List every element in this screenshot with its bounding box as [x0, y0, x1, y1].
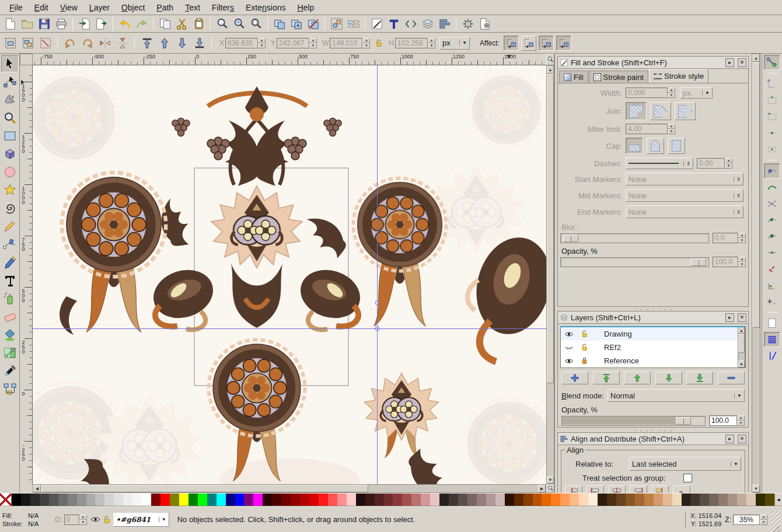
xml-editor-button[interactable]: [403, 16, 418, 32]
affect-scale-stroke-button[interactable]: [539, 36, 554, 51]
palette-swatch[interactable]: [430, 494, 439, 506]
palette-swatch[interactable]: [514, 494, 523, 506]
print-document-button[interactable]: [53, 16, 69, 32]
y-spinner[interactable]: ▲▼: [309, 38, 317, 48]
menu-object[interactable]: Object: [116, 2, 151, 13]
zoom-to-page-button[interactable]: [248, 16, 264, 32]
w-field[interactable]: 149.010: [330, 38, 362, 48]
palette-swatch[interactable]: [291, 494, 300, 506]
current-layer-combo[interactable]: •#g6841 ▼: [113, 513, 169, 527]
palette-swatch[interactable]: [300, 494, 309, 506]
close-icon[interactable]: ✕: [738, 435, 746, 443]
palette-swatch[interactable]: [123, 494, 132, 506]
lock-ratio-icon[interactable]: [374, 38, 383, 48]
palette-swatch[interactable]: [356, 494, 365, 506]
layer-row-reference[interactable]: Reference: [561, 354, 745, 368]
palette-swatch[interactable]: [570, 494, 579, 506]
layer-scroll-thumb[interactable]: [738, 334, 745, 353]
tab-fill[interactable]: Fill: [559, 71, 588, 83]
snap-path-intersections-button[interactable]: [764, 196, 780, 211]
panel-menu-icon[interactable]: ▸: [725, 58, 734, 67]
menu-filters[interactable]: Filters: [206, 2, 240, 13]
eye-open-icon[interactable]: [563, 330, 575, 339]
fs-opacity-field[interactable]: 100.0: [713, 257, 738, 267]
palette-swatch[interactable]: [309, 494, 319, 506]
layer-name[interactable]: Drawing: [604, 330, 632, 338]
y-field[interactable]: 242.067: [277, 38, 309, 48]
menu-view[interactable]: View: [54, 2, 83, 13]
fs-opacity-slider[interactable]: [560, 257, 709, 267]
flip-horizontal-button[interactable]: [97, 36, 113, 51]
cap-round-button[interactable]: [647, 138, 664, 154]
close-icon[interactable]: ✕: [738, 58, 746, 67]
layer-opacity-spinner[interactable]: ▲▼: [737, 415, 745, 426]
treat-as-group-checkbox[interactable]: [683, 474, 692, 482]
palette-swatch[interactable]: [95, 494, 104, 506]
palette-swatch[interactable]: [68, 494, 77, 506]
scroll-up-icon[interactable]: ▲: [547, 66, 554, 74]
join-round-button[interactable]: [650, 102, 671, 120]
palette-swatch[interactable]: [756, 494, 765, 506]
palette-swatch[interactable]: [132, 494, 142, 506]
stroke-width-spinner[interactable]: ▲▼: [668, 88, 675, 98]
palette-swatch[interactable]: [384, 494, 393, 506]
text-dialog-button[interactable]: [386, 16, 402, 32]
box3d-tool-button[interactable]: [1, 145, 19, 163]
canvas[interactable]: [33, 65, 546, 484]
palette-swatch[interactable]: [114, 494, 123, 506]
palette-swatch[interactable]: [77, 494, 86, 506]
snap-bbox-edge-midpoints-button[interactable]: [764, 125, 780, 141]
lock-open-icon[interactable]: [578, 330, 590, 338]
no-color-swatch[interactable]: [0, 494, 12, 506]
palette-swatch[interactable]: [179, 494, 188, 506]
affect-move-as-group-button[interactable]: [504, 36, 519, 51]
palette-swatch[interactable]: [579, 494, 588, 506]
deselect-button[interactable]: [37, 36, 53, 51]
palette-swatch[interactable]: [449, 494, 458, 506]
palette-swatch[interactable]: [217, 494, 226, 506]
gradient-tool-button[interactable]: [1, 344, 19, 362]
resize-grip[interactable]: [771, 511, 780, 532]
select-all-layers-button[interactable]: [20, 36, 36, 51]
palette-swatch[interactable]: [365, 494, 375, 506]
palette-scroll-icon[interactable]: ◀: [774, 494, 782, 506]
palette-swatch[interactable]: [626, 494, 635, 506]
snap-page-border-button[interactable]: [764, 316, 780, 331]
snap-paths-button[interactable]: [764, 180, 780, 195]
dock-scrollbar[interactable]: ▲ ▼: [752, 54, 760, 493]
palette-swatch[interactable]: [49, 494, 58, 506]
palette-swatch[interactable]: [505, 494, 514, 506]
palette-swatch[interactable]: [551, 494, 560, 506]
zoom-to-selection-button[interactable]: [214, 16, 230, 32]
align-dialog-button[interactable]: [437, 16, 452, 32]
export-bitmap-button[interactable]: [93, 16, 109, 32]
fill-stroke-indicator[interactable]: Fill: N/A Stroke: N/A: [2, 512, 51, 528]
palette-swatch[interactable]: [588, 494, 598, 506]
layer-lower-button[interactable]: [655, 372, 682, 384]
palette-swatch[interactable]: [40, 494, 49, 506]
palette-swatch[interactable]: [198, 494, 207, 506]
w-spinner[interactable]: ▲▼: [362, 38, 370, 48]
rotate-cw-button[interactable]: [79, 36, 95, 51]
bucket-tool-button[interactable]: [1, 326, 19, 344]
align-center-vertical-button[interactable]: [608, 485, 626, 493]
align-right-to-left-edge-button[interactable]: [565, 485, 582, 493]
copy-button[interactable]: [157, 16, 173, 32]
palette-swatch[interactable]: [402, 494, 411, 506]
palette-swatch[interactable]: [746, 494, 756, 506]
cap-square-button[interactable]: [668, 138, 685, 154]
opacity-indicator-spinner[interactable]: ▲▼: [79, 514, 87, 525]
spray-tool-button[interactable]: [1, 290, 19, 307]
palette-swatch[interactable]: [58, 494, 68, 506]
palette-swatch[interactable]: [12, 494, 21, 506]
fill-stroke-dialog-button[interactable]: [369, 16, 385, 32]
miter-limit-spinner[interactable]: ▲▼: [668, 124, 675, 134]
ellipse-tool-button[interactable]: [1, 163, 19, 181]
layer-list-scrollbar[interactable]: ▲ ▼: [738, 326, 745, 368]
blend-mode-combo[interactable]: Normal▼: [608, 389, 745, 402]
palette-swatch[interactable]: [765, 494, 774, 506]
layer-name[interactable]: Reference: [604, 356, 639, 365]
snap-guides-button[interactable]: [764, 348, 780, 363]
palette-swatch[interactable]: [523, 494, 533, 506]
eye-closed-icon[interactable]: [563, 343, 575, 352]
